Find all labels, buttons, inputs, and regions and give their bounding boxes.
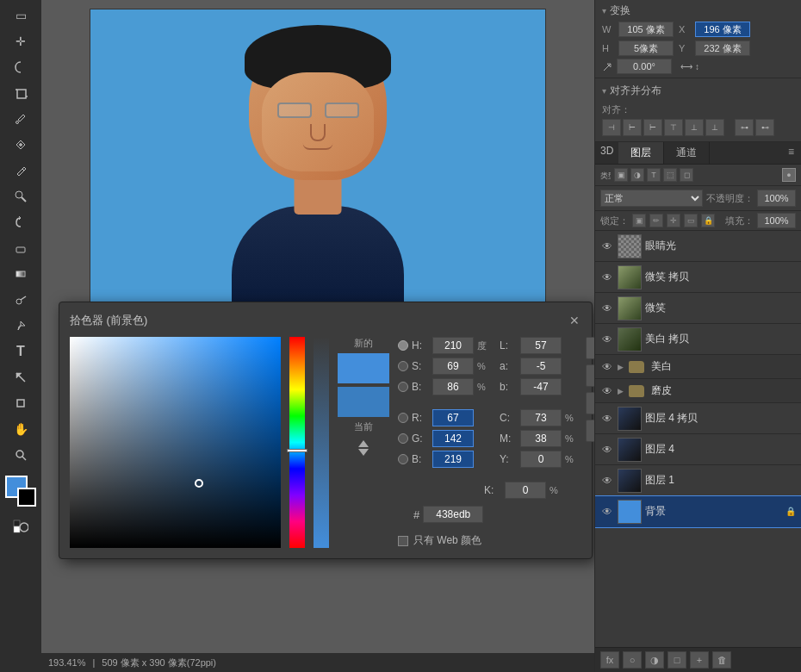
layers-menu-icon[interactable]: ≡ [781, 142, 801, 164]
k-input[interactable] [505, 482, 546, 499]
c-input[interactable] [520, 409, 562, 426]
tool-crop[interactable] [5, 81, 36, 105]
layer-adjustment-button[interactable]: ◑ [645, 651, 664, 669]
align-bottom[interactable]: ⊥ [705, 119, 724, 136]
layer-visibility-toggle[interactable]: 👁 [600, 302, 614, 315]
lock-all[interactable]: 🔒 [701, 214, 715, 227]
l-input[interactable] [520, 337, 562, 354]
layer-visibility-toggle[interactable]: 👁 [600, 333, 614, 346]
layer-visibility-toggle[interactable]: 👁 [600, 412, 614, 426]
add-swatch-button[interactable]: 添加到色板 [586, 392, 594, 414]
a-input[interactable] [520, 358, 562, 375]
filter-shape[interactable]: ⬚ [663, 168, 677, 182]
ok-button[interactable]: 确定 [586, 337, 594, 359]
filter-adjust[interactable]: ◑ [630, 168, 644, 182]
tool-shape[interactable] [5, 391, 36, 415]
dialog-close-button[interactable]: ✕ [568, 314, 581, 327]
tool-quick-mask[interactable] [5, 515, 36, 539]
layer-item[interactable]: 👁 图层 4 拷贝 [595, 403, 801, 434]
layer-item[interactable]: 👁 眼睛光 [595, 231, 801, 262]
blend-mode-select[interactable]: 正常 [600, 190, 703, 207]
opacity-input[interactable] [757, 190, 796, 207]
tool-hand[interactable]: ✋ [5, 417, 36, 441]
bright-radio[interactable] [398, 382, 408, 392]
tool-path-selection[interactable] [5, 365, 36, 389]
alpha-down-arrow[interactable] [358, 449, 369, 456]
layer-new-button[interactable]: + [690, 651, 709, 669]
lock-position[interactable]: ✛ [667, 214, 680, 227]
tool-spot-heal[interactable] [5, 133, 36, 157]
web-color-checkbox[interactable] [398, 536, 408, 546]
tool-history-brush[interactable] [5, 210, 36, 234]
layer-item[interactable]: 👁 美白 拷贝 [595, 324, 801, 355]
tool-eyedropper[interactable] [5, 107, 36, 131]
align-right[interactable]: ⊢ [643, 119, 662, 136]
sat-input[interactable] [432, 358, 474, 375]
filter-type[interactable]: T [647, 168, 661, 182]
layer-group-button[interactable]: □ [668, 651, 686, 669]
tool-eraser[interactable] [5, 236, 36, 260]
align-top[interactable]: ⊤ [664, 119, 683, 136]
tool-clone-stamp[interactable] [5, 184, 36, 208]
align-center-v[interactable]: ⊥ [685, 119, 704, 136]
lock-transparency[interactable]: ▣ [632, 214, 646, 227]
filter-smart[interactable]: ◻ [680, 168, 693, 182]
angle-input[interactable] [617, 59, 672, 74]
layer-visibility-toggle[interactable]: 👁 [600, 384, 614, 398]
layer-delete-button[interactable]: 🗑 [712, 651, 731, 669]
layer-visibility-toggle[interactable]: 👁 [600, 505, 614, 519]
tab-layers[interactable]: 图层 [618, 142, 664, 164]
red-radio[interactable] [398, 413, 408, 423]
layer-visibility-toggle[interactable]: 👁 [600, 271, 614, 284]
tool-zoom[interactable] [5, 443, 36, 467]
tool-brush[interactable] [5, 159, 36, 183]
x-input[interactable] [695, 22, 750, 37]
layer-visibility-toggle[interactable]: 👁 [600, 443, 614, 457]
green-input[interactable] [432, 430, 474, 447]
bright-input[interactable] [432, 378, 474, 395]
layer-visibility-toggle[interactable]: 👁 [600, 240, 614, 253]
layer-item[interactable]: 👁 图层 4 [595, 434, 801, 465]
y-input[interactable] [695, 40, 750, 56]
align-center-h[interactable]: ⊢ [623, 119, 642, 136]
hue-slider[interactable] [289, 337, 305, 548]
tool-dodge[interactable] [5, 288, 36, 312]
tool-marquee[interactable]: ▭ [5, 3, 36, 28]
alpha-up-arrow[interactable] [358, 440, 369, 447]
layer-item[interactable]: 👁 微笑 [595, 293, 801, 324]
layer-visibility-toggle[interactable]: 👁 [600, 360, 614, 374]
layer-visibility-toggle[interactable]: 👁 [600, 474, 614, 488]
blue-input[interactable] [432, 451, 474, 468]
transform-title[interactable]: ▾ 变换 [602, 3, 794, 18]
color-spectrum[interactable] [70, 337, 281, 548]
background-color[interactable] [17, 488, 36, 507]
y2-input[interactable] [520, 451, 562, 468]
layer-mask-button[interactable]: ○ [623, 651, 642, 669]
height-input[interactable] [618, 40, 674, 56]
hue-radio[interactable] [398, 340, 408, 351]
m-input[interactable] [520, 430, 562, 447]
sat-radio[interactable] [398, 361, 408, 371]
tab-channels[interactable]: 通道 [664, 142, 710, 164]
width-input[interactable] [618, 22, 674, 37]
blue-radio[interactable] [398, 454, 408, 464]
layer-folder-item[interactable]: 👁 ▶ 磨皮 [595, 379, 801, 403]
tool-pen[interactable] [5, 314, 36, 338]
color-lib-button[interactable]: 颜色库 [586, 420, 594, 442]
layer-item[interactable]: 👁 图层 1 [595, 465, 801, 496]
hue-input[interactable] [432, 337, 474, 354]
tool-gradient[interactable] [5, 262, 36, 286]
filter-toggle[interactable]: ● [782, 168, 796, 182]
spectrum-gradient[interactable] [70, 337, 281, 548]
tool-text[interactable]: T [5, 339, 36, 364]
distribute-1[interactable]: ⊶ [735, 119, 754, 136]
filter-pixel[interactable]: ▣ [614, 168, 628, 182]
green-radio[interactable] [398, 433, 408, 444]
hex-input[interactable] [423, 506, 483, 523]
lock-artboard[interactable]: ▭ [684, 214, 698, 227]
lock-pixels[interactable]: ✏ [649, 214, 663, 227]
layer-fx-button[interactable]: fx [600, 651, 619, 669]
fill-input[interactable] [757, 213, 796, 228]
cancel-button[interactable]: 取消 [586, 364, 594, 387]
layer-folder-item[interactable]: 👁 ▶ 美白 [595, 355, 801, 379]
